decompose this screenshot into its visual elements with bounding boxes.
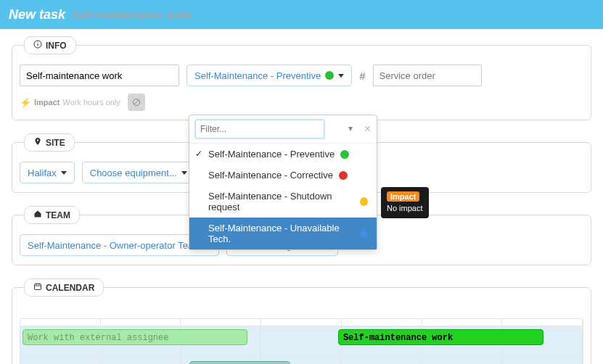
calendar-row[interactable]: remind me halifax — [20, 358, 583, 364]
choose-equipment-button[interactable]: Choose equipment... — [82, 162, 195, 183]
calendar-event-external[interactable]: Work with external assignee — [22, 329, 247, 345]
caret-down-icon — [61, 171, 67, 175]
impact-indicator: ⚡ Impact Work hours only — [20, 97, 120, 108]
calendar-event-selfwork[interactable]: Self-maintenance work — [338, 329, 543, 345]
section-team-legend: TEAM — [24, 206, 80, 224]
status-dot-green-icon — [325, 71, 334, 80]
dropdown-filter-input[interactable] — [195, 120, 324, 138]
impact-badge: Impact — [387, 191, 419, 202]
header-title: New task — [9, 7, 65, 22]
check-icon: ✓ — [195, 149, 202, 159]
task-type-dropdown-panel: ▾ × ✓Self-Maintenance - PreventiveSelf-M… — [189, 115, 377, 250]
section-site-label: SITE — [46, 138, 65, 148]
caret-down-icon — [338, 74, 344, 78]
filter-icon: ▾ — [348, 123, 353, 133]
dropdown-item-label: Self-Maintenance - Shutdown request — [208, 191, 354, 212]
task-type-label: Self-Maintenance - Preventive — [194, 70, 321, 81]
task-title-input[interactable] — [20, 65, 179, 86]
dropdown-item-label: Self-Maintenance - Corrective — [208, 170, 333, 181]
header-subtitle: Self-maintenance work — [73, 9, 191, 21]
status-dot-blue-icon — [360, 229, 368, 238]
section-info: INFO Self-Maintenance - Preventive # ⚡ I… — [12, 36, 591, 120]
site-location-label: Halifax — [28, 167, 57, 178]
dropdown-item-label: Self-Maintenance - Unavailable Tech. — [208, 223, 354, 244]
calendar-header-row — [20, 319, 583, 326]
impact-word: Impact — [34, 98, 60, 107]
hash-icon: # — [359, 70, 365, 82]
calendar-event-remind[interactable]: remind me halifax — [189, 361, 291, 364]
svg-rect-6 — [35, 284, 41, 290]
status-dot-yellow-icon — [360, 197, 368, 206]
site-location-button[interactable]: Halifax — [20, 162, 75, 183]
section-site-legend: SITE — [24, 133, 75, 152]
dropdown-item[interactable]: ✓Self-Maintenance - Preventive — [189, 144, 377, 165]
service-order-input[interactable] — [373, 65, 482, 86]
impact-detail: Work hours only — [62, 98, 120, 107]
info-icon — [33, 40, 42, 51]
dropdown-item[interactable]: Self-Maintenance - Shutdown request — [189, 186, 377, 218]
section-info-label: INFO — [46, 41, 67, 51]
dropdown-item-label: Self-Maintenance - Preventive — [208, 149, 335, 160]
impact-tooltip-text: No impact — [387, 204, 423, 212]
status-dot-green-icon — [340, 150, 349, 159]
page-header: New task Self-maintenance work — [0, 0, 603, 29]
svg-line-4 — [134, 100, 139, 104]
pin-icon — [33, 137, 42, 148]
section-info-legend: INFO — [24, 36, 76, 54]
choose-equipment-label: Choose equipment... — [90, 167, 177, 178]
status-dot-red-icon — [339, 171, 348, 180]
dropdown-item[interactable]: Self-Maintenance - Unavailable Tech. — [189, 218, 377, 249]
close-icon[interactable]: × — [364, 123, 371, 136]
section-calendar: CALENDAR Work with external assignee Sel… — [12, 278, 591, 364]
calendar-row[interactable]: Work with external assignee Self-mainten… — [20, 326, 583, 358]
home-icon — [33, 210, 42, 220]
team-select-label: Self-Maintenance - Owner-operator Team — [28, 240, 201, 251]
bolt-icon: ⚡ — [20, 97, 31, 108]
section-team-label: TEAM — [46, 210, 70, 220]
calendar-icon — [33, 282, 42, 293]
caret-down-icon — [181, 171, 187, 175]
svg-point-5 — [37, 139, 38, 141]
svg-rect-2 — [38, 42, 38, 43]
section-calendar-legend: CALENDAR — [24, 278, 104, 297]
impact-tooltip: Impact No impact — [381, 187, 429, 218]
calendar-grid[interactable]: Work with external assignee Self-mainten… — [20, 318, 583, 364]
dropdown-item[interactable]: Self-Maintenance - Corrective — [189, 165, 377, 186]
section-calendar-label: CALENDAR — [46, 283, 94, 293]
disabled-action-button — [128, 94, 145, 111]
svg-rect-1 — [38, 44, 38, 46]
task-type-dropdown-button[interactable]: Self-Maintenance - Preventive — [186, 65, 352, 86]
